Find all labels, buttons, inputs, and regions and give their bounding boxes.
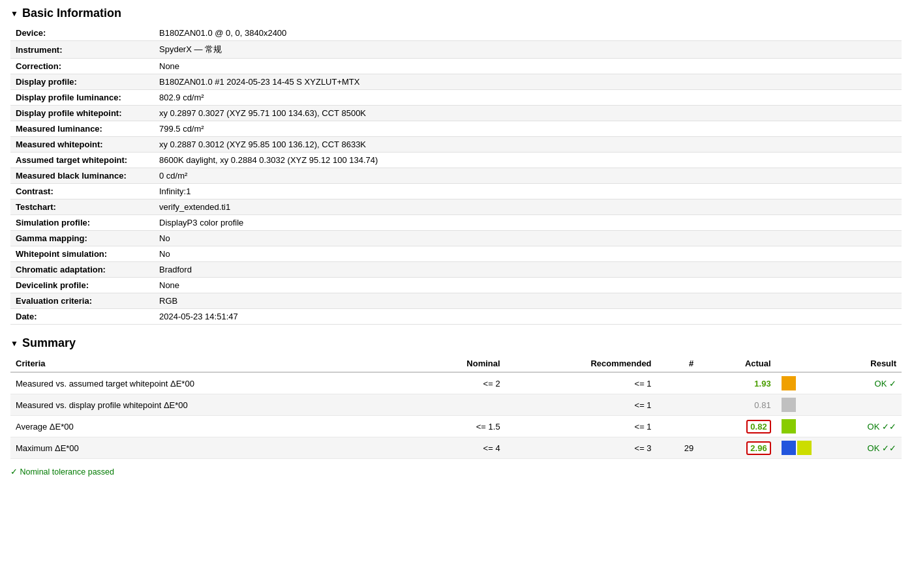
info-label: Display profile whitepoint: xyxy=(10,106,154,121)
summary-result xyxy=(818,394,902,416)
info-value: 2024-05-23 14:51:47 xyxy=(154,309,902,325)
info-table-row: Date: 2024-05-23 14:51:47 xyxy=(10,309,902,325)
summary-criteria: Average ΔE*00 xyxy=(10,416,412,437)
info-table-row: Whitepoint simulation: No xyxy=(10,246,902,262)
info-table-row: Display profile luminance: 802.9 cd/m² xyxy=(10,90,902,106)
col-header-result: Result xyxy=(818,355,902,372)
info-label: Correction: xyxy=(10,59,154,74)
info-value: No xyxy=(154,231,902,246)
summary-result: OK ✓✓ xyxy=(818,437,902,459)
summary-title: Summary xyxy=(22,336,76,350)
summary-recommended: <= 3 xyxy=(506,437,657,459)
info-table-row: Contrast: Infinity:1 xyxy=(10,184,902,199)
info-value: 799.5 cd/m² xyxy=(154,121,902,137)
info-table-row: Display profile: B180ZAN01.0 #1 2024-05-… xyxy=(10,74,902,90)
info-value: 0 cd/m² xyxy=(154,168,902,184)
col-header-criteria: Criteria xyxy=(10,355,412,372)
info-label: Contrast: xyxy=(10,184,154,199)
info-table-row: Measured whitepoint: xy 0.2887 0.3012 (X… xyxy=(10,137,902,153)
summary-table-row: Measured vs. display profile whitepoint … xyxy=(10,394,902,416)
summary-table-row: Measured vs. assumed target whitepoint Δ… xyxy=(10,372,902,394)
page-wrapper: ▼ Basic Information Device: B180ZAN01.0 … xyxy=(10,7,902,477)
info-label: Instrument: xyxy=(10,41,154,59)
basic-info-title: Basic Information xyxy=(22,7,121,20)
info-label: Simulation profile: xyxy=(10,215,154,231)
info-value: 8600K daylight, xy 0.2884 0.3032 (XYZ 95… xyxy=(154,153,902,168)
color-block-left xyxy=(782,398,796,412)
collapse-triangle[interactable]: ▼ xyxy=(10,9,18,18)
summary-actual: 1.93 xyxy=(699,372,776,394)
info-value: B180ZAN01.0 #1 2024-05-23 14-45 S XYZLUT… xyxy=(154,74,902,90)
info-value: None xyxy=(154,278,902,293)
info-value: No xyxy=(154,246,902,262)
info-value: Bradford xyxy=(154,262,902,278)
color-block-left xyxy=(782,376,796,390)
summary-nominal: <= 2 xyxy=(412,372,506,394)
summary-header: ▼ Summary xyxy=(10,336,902,350)
info-value: Infinity:1 xyxy=(154,184,902,199)
info-label: Testchart: xyxy=(10,199,154,215)
info-label: Assumed target whitepoint: xyxy=(10,153,154,168)
info-label: Evaluation criteria: xyxy=(10,293,154,309)
info-label: Measured whitepoint: xyxy=(10,137,154,153)
summary-criteria: Maximum ΔE*00 xyxy=(10,437,412,459)
summary-count xyxy=(657,394,699,416)
summary-recommended: <= 1 xyxy=(506,372,657,394)
info-label: Date: xyxy=(10,309,154,325)
summary-criteria: Measured vs. display profile whitepoint … xyxy=(10,394,412,416)
info-label: Devicelink profile: xyxy=(10,278,154,293)
summary-count xyxy=(657,416,699,437)
info-label: Device: xyxy=(10,25,154,41)
footer-note: ✓ Nominal tolerance passed xyxy=(10,467,902,477)
info-value: xy 0.2887 0.3012 (XYZ 95.85 100 136.12),… xyxy=(154,137,902,153)
col-header-actual: Actual xyxy=(699,355,776,372)
info-value: xy 0.2897 0.3027 (XYZ 95.71 100 134.63),… xyxy=(154,106,902,121)
result-value: OK ✓ xyxy=(875,379,896,389)
basic-info-header: ▼ Basic Information xyxy=(10,7,902,20)
color-block-left xyxy=(782,441,796,455)
info-label: Whitepoint simulation: xyxy=(10,246,154,262)
info-value: RGB xyxy=(154,293,902,309)
col-header-recommended: Recommended xyxy=(506,355,657,372)
info-value: B180ZAN01.0 @ 0, 0, 3840x2400 xyxy=(154,25,902,41)
info-table-row: Instrument: SpyderX — 常规 xyxy=(10,41,902,59)
info-table-row: Evaluation criteria: RGB xyxy=(10,293,902,309)
summary-actual: 0.81 xyxy=(699,394,776,416)
summary-table: Criteria Nominal Recommended # Actual Re… xyxy=(10,355,902,459)
info-label: Measured black luminance: xyxy=(10,168,154,184)
col-header-color xyxy=(776,355,818,372)
result-value: OK ✓✓ xyxy=(868,422,896,432)
summary-table-row: Maximum ΔE*00 <= 4 <= 3 29 2.96 OK ✓✓ xyxy=(10,437,902,459)
info-value: DisplayP3 color profile xyxy=(154,215,902,231)
highlighted-actual: 0.82 xyxy=(746,420,770,434)
summary-color-blocks xyxy=(776,437,818,459)
info-value: None xyxy=(154,59,902,74)
info-table-row: Display profile whitepoint: xy 0.2897 0.… xyxy=(10,106,902,121)
info-label: Display profile: xyxy=(10,74,154,90)
info-table-row: Simulation profile: DisplayP3 color prof… xyxy=(10,215,902,231)
info-value: 802.9 cd/m² xyxy=(154,90,902,106)
info-table: Device: B180ZAN01.0 @ 0, 0, 3840x2400 In… xyxy=(10,25,902,325)
summary-table-row: Average ΔE*00 <= 1.5 <= 1 0.82 OK ✓✓ xyxy=(10,416,902,437)
info-table-row: Assumed target whitepoint: 8600K dayligh… xyxy=(10,153,902,168)
info-table-row: Measured luminance: 799.5 cd/m² xyxy=(10,121,902,137)
summary-nominal: <= 1.5 xyxy=(412,416,506,437)
summary-count xyxy=(657,372,699,394)
info-table-row: Correction: None xyxy=(10,59,902,74)
summary-nominal: <= 4 xyxy=(412,437,506,459)
info-table-row: Chromatic adaptation: Bradford xyxy=(10,262,902,278)
info-value: SpyderX — 常规 xyxy=(154,41,902,59)
result-value: OK ✓✓ xyxy=(868,443,896,453)
info-label: Gamma mapping: xyxy=(10,231,154,246)
summary-count: 29 xyxy=(657,437,699,459)
highlighted-actual: 2.96 xyxy=(746,441,770,455)
color-block-right xyxy=(797,441,812,455)
summary-collapse-triangle[interactable]: ▼ xyxy=(10,339,18,348)
info-table-row: Gamma mapping: No xyxy=(10,231,902,246)
actual-value: 0.81 xyxy=(754,400,770,410)
info-table-row: Devicelink profile: None xyxy=(10,278,902,293)
summary-nominal xyxy=(412,394,506,416)
color-block-left xyxy=(782,419,796,434)
col-header-nominal: Nominal xyxy=(412,355,506,372)
summary-section: ▼ Summary Criteria Nominal Recommended #… xyxy=(10,336,902,459)
